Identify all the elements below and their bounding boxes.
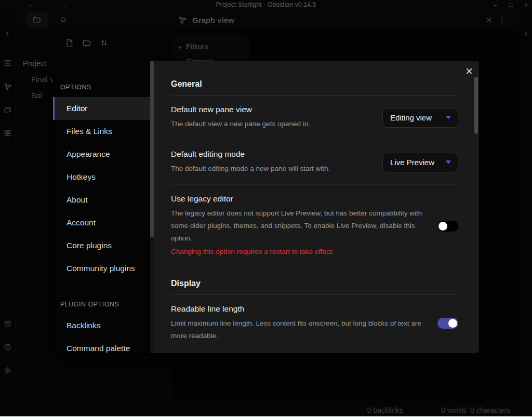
setting-name: Use legacy editor bbox=[171, 194, 423, 204]
toggle-knob bbox=[448, 319, 457, 328]
section-heading: General bbox=[171, 79, 458, 96]
display-section: Display Readable line length Limit maxim… bbox=[171, 279, 458, 352]
setting-description: The default editing mode a new pane will… bbox=[171, 163, 330, 175]
settings-nav-about[interactable]: About bbox=[53, 189, 154, 211]
readable-line-length-toggle[interactable] bbox=[437, 318, 458, 329]
section-heading: Display bbox=[171, 279, 458, 295]
setting-description: Limit maximum line length. Less content … bbox=[171, 317, 423, 342]
settings-nav-account[interactable]: Account bbox=[53, 211, 154, 234]
setting-name: Readable line length bbox=[171, 304, 423, 314]
general-section: General Default new pane view The defaul… bbox=[171, 79, 458, 267]
close-settings-icon[interactable]: × bbox=[466, 64, 473, 78]
settings-nav-hotkeys[interactable]: Hotkeys bbox=[53, 166, 154, 189]
settings-nav-community-plugins[interactable]: Community plugins bbox=[53, 257, 154, 280]
setting-name: Default editing mode bbox=[171, 150, 330, 159]
dropdown-value: Live Preview bbox=[390, 158, 434, 167]
settings-modal: OPTIONS Editor Files & Links Appearance … bbox=[53, 61, 479, 353]
setting-name: Default new pane view bbox=[171, 105, 310, 114]
default-editing-mode-dropdown[interactable]: Live Preview bbox=[382, 153, 458, 172]
chevron-down-icon bbox=[446, 160, 451, 164]
settings-nav-appearance[interactable]: Appearance bbox=[53, 143, 154, 166]
options-section-header: OPTIONS bbox=[53, 82, 154, 97]
settings-content: × General Default new pane view The defa… bbox=[154, 61, 479, 353]
plugin-options-section-header: PLUGIN OPTIONS bbox=[53, 299, 154, 314]
setting-description: The default view a new pane gets opened … bbox=[171, 118, 310, 130]
setting-description: The legacy editor does not support Live … bbox=[171, 207, 423, 245]
toggle-knob bbox=[438, 222, 447, 231]
settings-nav-core-plugins[interactable]: Core plugins bbox=[53, 234, 154, 257]
setting-readable-line-length: Readable line length Limit maximum line … bbox=[171, 295, 458, 352]
dropdown-value: Editing view bbox=[390, 113, 432, 122]
setting-default-new-pane-view: Default new pane view The default view a… bbox=[171, 96, 458, 140]
settings-nav: OPTIONS Editor Files & Links Appearance … bbox=[53, 61, 154, 353]
settings-scrollbar-thumb[interactable] bbox=[474, 77, 478, 134]
settings-nav-files-links[interactable]: Files & Links bbox=[53, 120, 154, 143]
chevron-down-icon bbox=[446, 116, 451, 119]
nav-scrollbar-thumb[interactable] bbox=[150, 61, 154, 237]
nav-scrollbar[interactable] bbox=[150, 61, 154, 353]
settings-nav-editor[interactable]: Editor bbox=[53, 97, 154, 120]
settings-nav-backlinks[interactable]: Backlinks bbox=[53, 314, 154, 337]
settings-nav-command-palette[interactable]: Command palette bbox=[53, 337, 154, 353]
setting-default-editing-mode: Default editing mode The default editing… bbox=[171, 140, 458, 184]
setting-use-legacy-editor: Use legacy editor The legacy editor does… bbox=[171, 184, 458, 267]
restart-warning-text: Changing this option requires a restart … bbox=[171, 246, 423, 258]
default-new-pane-view-dropdown[interactable]: Editing view bbox=[382, 108, 458, 128]
use-legacy-editor-toggle[interactable] bbox=[437, 221, 458, 232]
